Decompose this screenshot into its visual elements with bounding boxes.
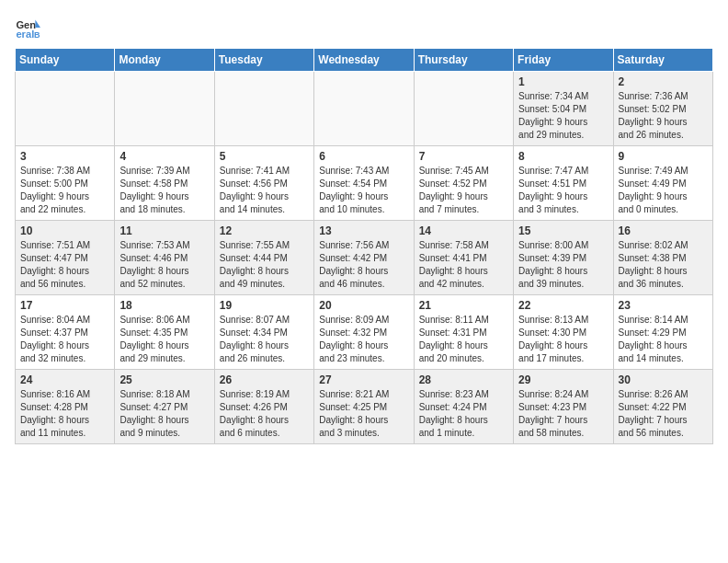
day-cell: 20Sunrise: 8:09 AM Sunset: 4:32 PM Dayli… [314,295,414,370]
day-number: 18 [119,299,209,312]
day-info: Sunrise: 7:55 AM Sunset: 4:44 PM Dayligh… [220,239,309,291]
page-header: Gen eral B [15,15,713,40]
day-number: 11 [119,224,209,237]
day-number: 2 [619,75,708,88]
day-cell: 8Sunrise: 7:47 AM Sunset: 4:51 PM Daylig… [514,146,613,221]
week-row-4: 17Sunrise: 8:04 AM Sunset: 4:37 PM Dayli… [16,295,713,370]
col-header-sunday: Sunday [16,49,115,72]
day-cell: 16Sunrise: 8:02 AM Sunset: 4:38 PM Dayli… [613,221,712,295]
col-header-monday: Monday [115,49,214,72]
day-number: 5 [220,150,309,163]
day-cell: 19Sunrise: 8:07 AM Sunset: 4:34 PM Dayli… [214,295,313,370]
day-number: 8 [518,150,608,163]
day-number: 6 [319,150,408,163]
day-info: Sunrise: 8:07 AM Sunset: 4:34 PM Dayligh… [220,314,309,365]
day-number: 17 [20,299,109,312]
day-info: Sunrise: 8:23 AM Sunset: 4:24 PM Dayligh… [419,388,508,440]
day-cell: 1Sunrise: 7:34 AM Sunset: 5:04 PM Daylig… [514,72,613,146]
day-cell: 29Sunrise: 8:24 AM Sunset: 4:23 PM Dayli… [514,370,613,444]
day-number: 22 [518,299,608,312]
day-cell: 27Sunrise: 8:21 AM Sunset: 4:25 PM Dayli… [314,370,414,444]
day-cell: 12Sunrise: 7:55 AM Sunset: 4:44 PM Dayli… [214,221,313,295]
day-number: 15 [518,224,608,237]
header-row: SundayMondayTuesdayWednesdayThursdayFrid… [16,49,713,72]
day-number: 4 [119,150,209,163]
day-info: Sunrise: 7:45 AM Sunset: 4:52 PM Dayligh… [419,165,508,216]
day-number: 14 [419,224,508,237]
day-number: 28 [419,373,508,386]
day-cell [115,72,214,146]
day-cell: 11Sunrise: 7:53 AM Sunset: 4:46 PM Dayli… [115,221,214,295]
day-number: 3 [20,150,109,163]
day-cell: 18Sunrise: 8:06 AM Sunset: 4:35 PM Dayli… [115,295,214,370]
day-info: Sunrise: 7:34 AM Sunset: 5:04 PM Dayligh… [518,90,608,142]
day-info: Sunrise: 7:41 AM Sunset: 4:56 PM Dayligh… [220,165,309,216]
day-number: 21 [419,299,508,312]
svg-text:B: B [34,30,40,40]
day-info: Sunrise: 7:43 AM Sunset: 4:54 PM Dayligh… [319,165,408,216]
day-cell: 10Sunrise: 7:51 AM Sunset: 4:47 PM Dayli… [16,221,115,295]
day-cell: 26Sunrise: 8:19 AM Sunset: 4:26 PM Dayli… [214,370,313,444]
svg-marker-2 [35,20,40,28]
day-info: Sunrise: 8:18 AM Sunset: 4:27 PM Dayligh… [119,388,209,440]
day-info: Sunrise: 8:14 AM Sunset: 4:29 PM Dayligh… [619,314,708,365]
svg-text:eral: eral [16,29,34,40]
day-number: 25 [119,373,209,386]
day-cell: 5Sunrise: 7:41 AM Sunset: 4:56 PM Daylig… [214,146,313,221]
day-info: Sunrise: 8:06 AM Sunset: 4:35 PM Dayligh… [119,314,209,365]
day-info: Sunrise: 8:26 AM Sunset: 4:22 PM Dayligh… [619,388,708,440]
col-header-saturday: Saturday [613,49,712,72]
day-cell: 25Sunrise: 8:18 AM Sunset: 4:27 PM Dayli… [115,370,214,444]
day-info: Sunrise: 8:19 AM Sunset: 4:26 PM Dayligh… [220,388,309,440]
day-number: 10 [20,224,109,237]
day-number: 20 [319,299,408,312]
day-cell: 3Sunrise: 7:38 AM Sunset: 5:00 PM Daylig… [16,146,115,221]
day-number: 13 [319,224,408,237]
day-info: Sunrise: 8:16 AM Sunset: 4:28 PM Dayligh… [20,388,109,440]
day-cell [314,72,414,146]
day-info: Sunrise: 7:58 AM Sunset: 4:41 PM Dayligh… [419,239,508,291]
day-info: Sunrise: 8:02 AM Sunset: 4:38 PM Dayligh… [619,239,708,291]
day-number: 19 [220,299,309,312]
day-cell: 9Sunrise: 7:49 AM Sunset: 4:49 PM Daylig… [613,146,712,221]
day-info: Sunrise: 7:53 AM Sunset: 4:46 PM Dayligh… [119,239,209,291]
day-number: 24 [20,373,109,386]
day-info: Sunrise: 7:38 AM Sunset: 5:00 PM Dayligh… [20,165,109,216]
day-cell [214,72,313,146]
day-info: Sunrise: 8:00 AM Sunset: 4:39 PM Dayligh… [518,239,608,291]
week-row-2: 3Sunrise: 7:38 AM Sunset: 5:00 PM Daylig… [16,146,713,221]
day-cell: 2Sunrise: 7:36 AM Sunset: 5:02 PM Daylig… [613,72,712,146]
day-info: Sunrise: 8:24 AM Sunset: 4:23 PM Dayligh… [518,388,608,440]
day-number: 1 [518,75,608,88]
day-cell: 28Sunrise: 8:23 AM Sunset: 4:24 PM Dayli… [414,370,513,444]
day-number: 7 [419,150,508,163]
day-cell: 14Sunrise: 7:58 AM Sunset: 4:41 PM Dayli… [414,221,513,295]
col-header-thursday: Thursday [414,49,513,72]
day-cell [16,72,115,146]
day-cell: 23Sunrise: 8:14 AM Sunset: 4:29 PM Dayli… [613,295,712,370]
day-info: Sunrise: 8:21 AM Sunset: 4:25 PM Dayligh… [319,388,408,440]
day-info: Sunrise: 8:04 AM Sunset: 4:37 PM Dayligh… [20,314,109,365]
col-header-wednesday: Wednesday [314,49,414,72]
day-cell: 13Sunrise: 7:56 AM Sunset: 4:42 PM Dayli… [314,221,414,295]
day-cell: 24Sunrise: 8:16 AM Sunset: 4:28 PM Dayli… [16,370,115,444]
day-number: 23 [619,299,708,312]
day-info: Sunrise: 7:47 AM Sunset: 4:51 PM Dayligh… [518,165,608,216]
day-cell: 30Sunrise: 8:26 AM Sunset: 4:22 PM Dayli… [613,370,712,444]
day-cell: 6Sunrise: 7:43 AM Sunset: 4:54 PM Daylig… [314,146,414,221]
col-header-friday: Friday [514,49,613,72]
day-cell [414,72,513,146]
day-number: 30 [619,373,708,386]
week-row-3: 10Sunrise: 7:51 AM Sunset: 4:47 PM Dayli… [16,221,713,295]
week-row-1: 1Sunrise: 7:34 AM Sunset: 5:04 PM Daylig… [16,72,713,146]
logo: Gen eral B [15,15,44,40]
day-info: Sunrise: 7:51 AM Sunset: 4:47 PM Dayligh… [20,239,109,291]
logo-icon: Gen eral B [15,15,40,40]
day-number: 16 [619,224,708,237]
day-cell: 17Sunrise: 8:04 AM Sunset: 4:37 PM Dayli… [16,295,115,370]
day-info: Sunrise: 7:56 AM Sunset: 4:42 PM Dayligh… [319,239,408,291]
day-cell: 15Sunrise: 8:00 AM Sunset: 4:39 PM Dayli… [514,221,613,295]
day-info: Sunrise: 8:13 AM Sunset: 4:30 PM Dayligh… [518,314,608,365]
day-info: Sunrise: 8:09 AM Sunset: 4:32 PM Dayligh… [319,314,408,365]
day-cell: 22Sunrise: 8:13 AM Sunset: 4:30 PM Dayli… [514,295,613,370]
